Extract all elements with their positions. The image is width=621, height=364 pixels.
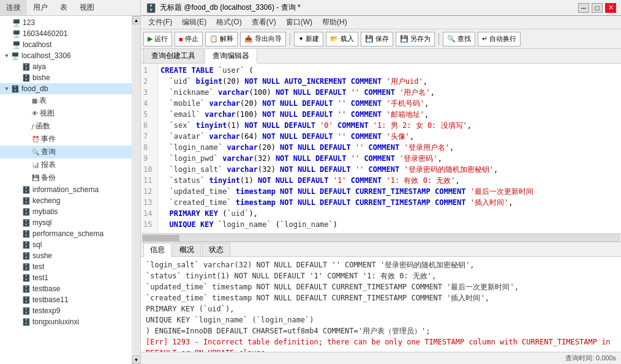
- close-button[interactable]: ✕: [605, 3, 616, 13]
- minimize-button[interactable]: ─: [578, 3, 589, 13]
- sidebar-menu-view[interactable]: 视图: [73, 0, 100, 15]
- tree-item-sql[interactable]: 🗄️ sql: [0, 239, 132, 250]
- sidebar-menu-connect[interactable]: 连接: [0, 0, 27, 15]
- bottom-tabbar: 信息 概况 状态: [141, 242, 621, 257]
- tree-label: tongxunluxinxi: [32, 318, 79, 326]
- tab-query-builder[interactable]: 查询创建工具: [143, 48, 203, 63]
- tree-item-performance-schema[interactable]: 🗄️ performance_schema: [0, 228, 132, 239]
- tree-item-food-db[interactable]: ▼ 🗄️ food_db: [0, 83, 132, 94]
- tree-item-localhost3306[interactable]: ▼ 🖥️ localhost_3306: [0, 50, 132, 61]
- explain-button[interactable]: 📋 解释: [205, 32, 238, 46]
- menu-help[interactable]: 帮助(H): [317, 16, 352, 29]
- expander-icon[interactable]: ▼: [2, 86, 11, 92]
- tab-query-editor[interactable]: 查询编辑器: [205, 48, 257, 64]
- statusbar: 查询时间: 0.000s: [141, 352, 621, 364]
- sidebar-menu-user[interactable]: 用户: [27, 0, 54, 15]
- scroll-up-btn[interactable]: ▲: [132, 16, 141, 24]
- tree-item-testexp9[interactable]: 🗄️ testexp9: [0, 305, 132, 316]
- tree-item-events[interactable]: ⏰ 事件: [0, 133, 132, 146]
- db-icon: 🗄️: [22, 219, 31, 227]
- tree-item-sushe[interactable]: 🗄️ sushe: [0, 250, 132, 261]
- export-label: 导出向导: [255, 34, 282, 43]
- tree-item-reports[interactable]: 📊 报表: [0, 158, 132, 171]
- saveas-icon: 💾: [400, 35, 408, 43]
- scroll-down-btn[interactable]: ▼: [132, 355, 141, 364]
- menu-view[interactable]: 查看(V): [247, 16, 281, 29]
- run-icon: ▶: [148, 35, 152, 43]
- toolbar: ▶ 运行 ■ 停止 📋 解释 📤 导出向导 ✦ 新建 📂 载入 💾 保存: [141, 29, 621, 49]
- menu-window[interactable]: 窗口(W): [281, 16, 317, 29]
- stop-icon: ■: [179, 35, 183, 43]
- tree-item-kecheng[interactable]: 🗄️ kecheng: [0, 195, 132, 206]
- maximize-button[interactable]: □: [592, 3, 603, 13]
- editor-hscrollbar[interactable]: [141, 233, 621, 242]
- tree-item-aiya[interactable]: 🗄️ aiya: [0, 61, 132, 72]
- code-content[interactable]: CREATE TABLE `user` ( `uid` bigint(20) N…: [158, 64, 621, 233]
- menu-format[interactable]: 格式(O): [211, 16, 246, 29]
- bottom-tab-overview[interactable]: 概况: [173, 243, 201, 256]
- find-icon: 🔍: [447, 35, 456, 43]
- tree-item-16034460201[interactable]: 🖥️ 16034460201: [0, 28, 132, 39]
- tree-item-test[interactable]: 🗄️ test: [0, 261, 132, 272]
- tree-label: 函数: [36, 121, 50, 132]
- db-icon: 🗄️: [22, 230, 31, 238]
- tree-item-testbase[interactable]: 🗄️ testbase: [0, 283, 132, 294]
- tree-label: food_db: [21, 84, 48, 93]
- tree-item-views[interactable]: 👁 视图: [0, 107, 132, 120]
- replace-button[interactable]: ↵ 自动换行: [478, 32, 521, 46]
- hscroll-track[interactable]: [142, 234, 620, 242]
- save-button[interactable]: 💾 保存: [361, 32, 393, 46]
- tree-item-tongxunluxinxi[interactable]: 🗄️ tongxunluxinxi: [0, 316, 132, 327]
- tree-item-mysql[interactable]: 🗄️ mysql: [0, 217, 132, 228]
- saveas-button[interactable]: 💾 另存为: [396, 32, 435, 46]
- tree-item-tables[interactable]: ▦ 表: [0, 94, 132, 107]
- tree-item-bishe[interactable]: 🗄️ bishe: [0, 72, 132, 83]
- window-icon: 🗄️: [146, 3, 156, 13]
- hscroll-thumb[interactable]: [143, 235, 179, 241]
- load-label: 载入: [341, 34, 354, 43]
- tree-item-test1[interactable]: 🗄️ test1: [0, 272, 132, 283]
- views-icon: 👁: [32, 110, 38, 117]
- db-icon: 🗄️: [22, 307, 31, 315]
- tree-label: 备份: [41, 173, 56, 183]
- export-icon: 📤: [244, 35, 253, 43]
- explain-label: 解释: [220, 34, 233, 43]
- report-icon: 📊: [32, 162, 39, 168]
- tree-item-localhost[interactable]: 🖥️ localhost: [0, 39, 132, 50]
- load-button[interactable]: 📂 载入: [326, 32, 358, 46]
- stop-button[interactable]: ■ 停止: [175, 32, 203, 46]
- sidebar-menu-table[interactable]: 表: [54, 0, 73, 15]
- find-button[interactable]: 🔍 查找: [443, 32, 475, 46]
- sidebar-scrollbar[interactable]: ▲ ▼: [132, 16, 140, 364]
- tables-icon: ▦: [32, 97, 37, 104]
- tree-label: aiya: [32, 62, 46, 71]
- bottom-panel: 信息 概况 状态 `login_salt` varchar(32) NOT NU…: [141, 242, 621, 364]
- menu-file[interactable]: 文件(F): [143, 16, 177, 29]
- tree-label: test: [32, 262, 44, 271]
- db-icon: 🗄️: [22, 274, 31, 282]
- new-button[interactable]: ✦ 新建: [294, 32, 323, 46]
- explain-icon: 📋: [209, 35, 218, 43]
- tree-label: testbase11: [32, 295, 69, 304]
- tree-label: localhost_3306: [21, 51, 71, 60]
- info-line: `updated_time` timestamp NOT NULL DEFAUL…: [146, 281, 616, 292]
- tree-item-queries[interactable]: 🔍 查询: [0, 146, 132, 158]
- run-button[interactable]: ▶ 运行: [143, 32, 172, 46]
- bottom-tab-status[interactable]: 状态: [202, 243, 230, 256]
- tree-item-testbase11[interactable]: 🗄️ testbase11: [0, 294, 132, 305]
- tree-label: 表: [39, 95, 47, 106]
- backup-icon: 💾: [32, 174, 39, 181]
- tree-item-functions[interactable]: 𝑓 函数: [0, 120, 132, 133]
- export-button[interactable]: 📤 导出向导: [240, 32, 286, 46]
- code-editor[interactable]: 123456789101112131415 CREATE TABLE `user…: [141, 64, 621, 233]
- replace-label: 自动换行: [489, 34, 516, 43]
- bottom-tab-info[interactable]: 信息: [143, 243, 171, 257]
- expander-icon[interactable]: ▼: [2, 53, 11, 59]
- tree-item-backup[interactable]: 💾 备份: [0, 171, 132, 184]
- tree-label: 报表: [41, 160, 56, 170]
- tree-item-mybatis[interactable]: 🗄️ mybatis: [0, 206, 132, 217]
- menubar: 文件(F) 编辑(E) 格式(O) 查看(V) 窗口(W) 帮助(H): [141, 16, 621, 29]
- tree-item-information-schema[interactable]: 🗄️ information_schema: [0, 184, 132, 195]
- menu-edit[interactable]: 编辑(E): [177, 16, 211, 29]
- tree-item-123[interactable]: 🖥️ 123: [0, 17, 132, 28]
